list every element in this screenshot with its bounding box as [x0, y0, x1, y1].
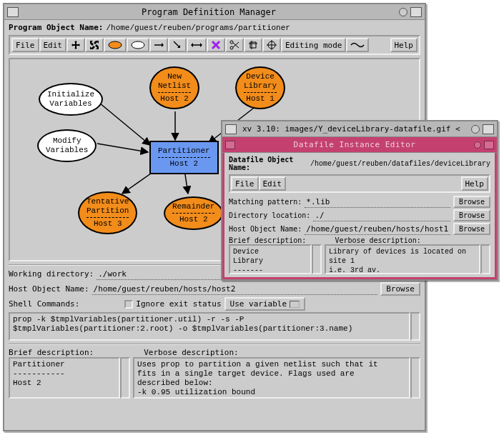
ignore-exit-checkbox[interactable]	[124, 300, 133, 309]
datafile-verbose-label: Verbose description:	[335, 236, 420, 244]
orange-oval-tool-icon[interactable]	[104, 38, 127, 52]
xv-title: xv 3.10: images/Y_deviceLibrary-datafile…	[239, 124, 468, 134]
purple-x-icon[interactable]	[207, 38, 225, 52]
datafile-file-menu[interactable]: File	[231, 176, 259, 191]
target-icon[interactable]	[262, 38, 281, 52]
node-partitioner[interactable]: Partitioner Host 2	[149, 141, 219, 174]
minimize-icon[interactable]	[399, 8, 407, 16]
svg-point-1	[132, 41, 144, 49]
resize-tool-icon[interactable]	[85, 38, 104, 52]
window-menu-icon[interactable]	[7, 7, 19, 17]
directory-location-label: Directory location:	[229, 211, 310, 219]
white-oval-tool-icon[interactable]	[127, 38, 149, 52]
matching-pattern-input[interactable]	[305, 196, 450, 208]
verbose-scrollbar[interactable]	[410, 357, 420, 399]
window-title: Program Definition Manager	[21, 7, 396, 17]
datafile-edit-menu[interactable]: Edit	[259, 176, 287, 191]
svg-line-12	[99, 103, 150, 145]
program-object-name-label: Program Object Name:	[9, 23, 103, 32]
node-tentative-partition[interactable]: Tentative Partition Host 3	[78, 191, 137, 234]
move-tool-icon[interactable]	[66, 38, 85, 52]
file-menu[interactable]: File	[11, 38, 39, 52]
datafile-host-obj-input[interactable]	[305, 224, 450, 235]
arrow-right-icon[interactable]	[149, 38, 168, 52]
wave-icon[interactable]	[346, 38, 369, 52]
verbose-desc-label: Verbose description:	[144, 348, 238, 357]
svg-point-0	[109, 41, 122, 49]
datafile-minimize-icon[interactable]	[474, 141, 481, 149]
node-initialize-variables[interactable]: Initialize Variables	[39, 83, 103, 116]
program-object-name-value: /home/guest/reuben/programs/partitioner	[106, 24, 290, 32]
datafile-brief-text[interactable]: Device Library -------	[229, 244, 312, 274]
edit-menu[interactable]: Edit	[39, 38, 67, 52]
svg-line-15	[97, 144, 148, 152]
brief-desc-label: Brief description:	[9, 348, 94, 357]
datafile-object-name-value: /home/guest/reuben/datafiles/deviceLibra…	[310, 160, 490, 168]
xv-maximize-icon[interactable]	[483, 124, 494, 134]
datafile-brief-scrollbar[interactable]	[312, 244, 322, 274]
directory-location-input[interactable]	[313, 210, 450, 221]
shell-commands-label: Shell Commands:	[9, 299, 79, 309]
datafile-host-obj-label: Host Object Name:	[229, 225, 302, 233]
browse-datafile-host-button[interactable]: Browse	[453, 223, 490, 235]
verbose-desc-text[interactable]: Uses prop to partition a given netlist s…	[133, 357, 410, 399]
host-obj-label: Host Object Name:	[9, 284, 89, 294]
working-dir-label: Working directory:	[9, 269, 94, 279]
main-titlebar[interactable]: Program Definition Manager	[4, 4, 425, 20]
svg-point-4	[230, 41, 233, 44]
datafile-title: Datafile Instance Editor	[238, 140, 471, 149]
node-new-netlist[interactable]: New Netlist Host 2	[149, 66, 199, 109]
shell-scrollbar[interactable]	[410, 312, 420, 341]
datafile-window-menu-icon[interactable]	[225, 141, 235, 149]
help-button[interactable]: Help	[390, 38, 418, 52]
shell-commands-text[interactable]: prop -k $tmplVariables(partitioner.util)…	[9, 312, 410, 341]
editing-mode-button[interactable]: Editing mode	[281, 38, 346, 52]
browse-host-button[interactable]: Browse	[380, 282, 420, 296]
datafile-verbose-scrollbar[interactable]	[480, 244, 490, 274]
brief-desc-text[interactable]: Partitioner ----------- Host 2	[9, 357, 120, 399]
datafile-editor-window: xv 3.10: images/Y_deviceLibrary-datafile…	[221, 120, 498, 281]
xv-window-menu-icon[interactable]	[225, 124, 237, 134]
main-toolbar: File Edit Editing mode Help	[9, 35, 420, 55]
browse-matching-button[interactable]: Browse	[453, 196, 490, 208]
arrow-down-right-icon[interactable]	[168, 38, 187, 52]
xv-minimize-icon[interactable]	[471, 125, 480, 134]
use-variable-dropdown[interactable]: Use variable	[224, 297, 305, 311]
svg-rect-6	[250, 42, 256, 48]
xv-titlebar[interactable]: xv 3.10: images/Y_deviceLibrary-datafile…	[222, 121, 497, 137]
double-arrow-icon[interactable]	[187, 38, 207, 52]
maximize-icon[interactable]	[410, 7, 422, 17]
ignore-exit-label: Ignore exit status	[136, 299, 221, 309]
host-obj-input[interactable]	[92, 284, 378, 295]
browse-directory-button[interactable]: Browse	[453, 209, 490, 221]
datafile-verbose-text[interactable]: Library of devices is located on site 1 …	[325, 244, 480, 274]
scissors-icon[interactable]	[225, 38, 244, 52]
node-modify-variables[interactable]: Modify Variables	[37, 129, 97, 162]
matching-pattern-label: Matching pattern:	[229, 198, 302, 206]
datafile-titlebar[interactable]: Datafile Instance Editor	[222, 137, 497, 153]
datafile-maximize-icon[interactable]	[484, 141, 494, 149]
node-remainder[interactable]: Remainder Host 2	[164, 196, 223, 230]
svg-point-5	[230, 46, 233, 49]
brief-scrollbar[interactable]	[120, 357, 130, 399]
datafile-brief-label: Brief description:	[229, 236, 306, 244]
node-device-library[interactable]: Device Library Host 1	[235, 66, 285, 109]
crop-icon[interactable]	[244, 38, 262, 52]
datafile-help-button[interactable]: Help	[461, 176, 489, 191]
datafile-object-name-label: Datafile Object Name:	[229, 156, 307, 171]
